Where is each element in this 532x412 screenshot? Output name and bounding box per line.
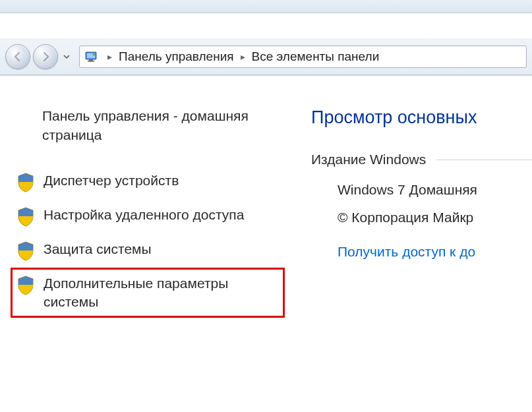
shield-icon (17, 173, 34, 192)
control-panel-icon (84, 49, 98, 64)
history-dropdown[interactable] (61, 44, 73, 69)
navigation-bar: ▸ Панель управления ▸ Все элементы панел… (0, 38, 532, 75)
content-area: Панель управления - домашняя страница Ди… (0, 75, 532, 412)
shield-icon (17, 276, 34, 295)
sidebar-item-label: Дополнительные параметры системы (44, 274, 278, 312)
back-button[interactable] (5, 44, 30, 69)
breadcrumb-separator[interactable]: ▸ (235, 51, 251, 62)
copyright-text: © Корпорация Майкр (311, 198, 532, 225)
sidebar-item-label: Диспетчер устройств (44, 171, 179, 190)
shield-icon (17, 241, 34, 261)
breadcrumb-item-all-items[interactable]: Все элементы панели (251, 49, 381, 64)
sidebar-item-system-protection[interactable]: Защита системы (11, 233, 285, 268)
sidebar-item-label: Защита системы (44, 240, 152, 258)
svg-rect-2 (89, 59, 93, 61)
arrow-right-icon (40, 51, 51, 62)
svg-point-4 (93, 52, 96, 55)
window-title-bar (0, 0, 532, 13)
sidebar-item-label: Настройка удаленного доступа (44, 206, 244, 224)
forward-button[interactable] (33, 44, 58, 69)
address-bar[interactable]: ▸ Панель управления ▸ Все элементы панел… (79, 45, 527, 68)
breadcrumb-separator[interactable]: ▸ (102, 51, 117, 62)
breadcrumb-item-control-panel[interactable]: Панель управления (117, 49, 235, 64)
main-panel: Просмотр основных Издание Windows Window… (290, 76, 532, 412)
chevron-down-icon (63, 55, 70, 59)
sidebar: Панель управления - домашняя страница Ди… (0, 76, 290, 412)
windows-edition-group: Издание Windows (311, 152, 532, 167)
page-heading: Просмотр основных (311, 107, 532, 128)
shield-icon (17, 207, 34, 227)
sidebar-item-advanced-settings[interactable]: Дополнительные параметры системы (11, 268, 285, 318)
sidebar-item-device-manager[interactable]: Диспетчер устройств (11, 165, 285, 199)
sidebar-item-remote-settings[interactable]: Настройка удаленного доступа (11, 199, 285, 233)
arrow-left-icon (13, 51, 23, 62)
sidebar-home-link[interactable]: Панель управления - домашняя страница (11, 96, 285, 165)
get-more-features-link[interactable]: Получить доступ к до (311, 225, 532, 260)
svg-rect-3 (88, 61, 94, 62)
windows-edition-value: Windows 7 Домашняя (311, 170, 532, 198)
